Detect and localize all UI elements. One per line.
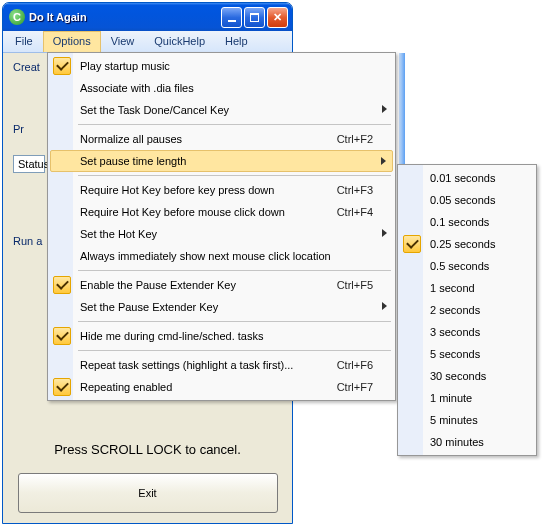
submenu-item-label: 3 seconds — [430, 326, 480, 338]
menu-item-label: Play startup music — [80, 60, 170, 72]
status-field: Status — [13, 155, 45, 173]
exit-button[interactable]: Exit — [18, 473, 278, 513]
menu-item-label: Set pause time length — [80, 155, 186, 167]
menubar: FileOptionsViewQuickHelpHelp — [3, 31, 292, 53]
submenu-item-label: 0.1 seconds — [430, 216, 489, 228]
submenu-item-label: 1 second — [430, 282, 475, 294]
menu-item[interactable]: Repeating enabledCtrl+F7 — [50, 376, 393, 398]
menu-item[interactable]: Normalize all pausesCtrl+F2 — [50, 128, 393, 150]
submenu-item-label: 0.01 seconds — [430, 172, 495, 184]
menu-item[interactable]: Enable the Pause Extender KeyCtrl+F5 — [50, 274, 393, 296]
submenu-item-label: 0.5 seconds — [430, 260, 489, 272]
menu-separator — [78, 321, 391, 322]
menu-item-shortcut: Ctrl+F7 — [317, 381, 373, 393]
submenu-arrow-icon — [382, 105, 387, 113]
submenu-arrow-icon — [381, 157, 386, 165]
submenu-item[interactable]: 1 minute — [400, 387, 534, 409]
submenu-item-label: 0.05 seconds — [430, 194, 495, 206]
submenu-item[interactable]: 30 minutes — [400, 431, 534, 453]
submenu-item-label: 0.25 seconds — [430, 238, 495, 250]
menubar-item-view[interactable]: View — [101, 31, 145, 52]
options-menu: Play startup musicAssociate with .dia fi… — [47, 52, 396, 401]
menu-item-label: Require Hot Key before mouse click down — [80, 206, 285, 218]
minimize-button[interactable] — [221, 7, 242, 28]
menu-item[interactable]: Set the Pause Extender Key — [50, 296, 393, 318]
check-icon — [53, 378, 71, 396]
submenu-item[interactable]: 0.01 seconds — [400, 167, 534, 189]
menu-item[interactable]: Play startup music — [50, 55, 393, 77]
submenu-item[interactable]: 5 seconds — [400, 343, 534, 365]
submenu-item[interactable]: 1 second — [400, 277, 534, 299]
menu-item-shortcut: Ctrl+F5 — [317, 279, 373, 291]
menu-item-shortcut: Ctrl+F4 — [317, 206, 373, 218]
submenu-item-label: 5 seconds — [430, 348, 480, 360]
titlebar[interactable]: C Do It Again — [3, 3, 292, 31]
menubar-item-quickhelp[interactable]: QuickHelp — [144, 31, 215, 52]
submenu-item-label: 5 minutes — [430, 414, 478, 426]
menu-item[interactable]: Require Hot Key before mouse click downC… — [50, 201, 393, 223]
menu-item[interactable]: Hide me during cmd-line/sched. tasks — [50, 325, 393, 347]
menu-item[interactable]: Repeat task settings (highlight a task f… — [50, 354, 393, 376]
check-icon — [53, 276, 71, 294]
submenu-item-label: 2 seconds — [430, 304, 480, 316]
menu-item[interactable]: Associate with .dia files — [50, 77, 393, 99]
cancel-hint: Press SCROLL LOCK to cancel. — [13, 442, 282, 457]
menu-item-shortcut: Ctrl+F2 — [317, 133, 373, 145]
exit-button-label: Exit — [138, 487, 156, 499]
menu-item-label: Require Hot Key before key press down — [80, 184, 274, 196]
window-title: Do It Again — [29, 11, 221, 23]
close-button[interactable] — [267, 7, 288, 28]
menu-item-shortcut: Ctrl+F3 — [317, 184, 373, 196]
maximize-button[interactable] — [244, 7, 265, 28]
submenu-item-label: 30 minutes — [430, 436, 484, 448]
menu-item-label: Always immediately show next mouse click… — [80, 250, 331, 262]
menu-item-shortcut: Ctrl+F6 — [317, 359, 373, 371]
submenu-item[interactable]: 0.25 seconds — [400, 233, 534, 255]
menu-item[interactable]: Set pause time length — [50, 150, 393, 172]
menu-item-label: Set the Pause Extender Key — [80, 301, 218, 313]
menu-item-label: Set the Hot Key — [80, 228, 157, 240]
menu-separator — [78, 270, 391, 271]
check-icon — [53, 57, 71, 75]
menu-item[interactable]: Set the Task Done/Cancel Key — [50, 99, 393, 121]
close-icon — [273, 11, 282, 24]
submenu-arrow-icon — [382, 302, 387, 310]
pause-time-submenu: 0.01 seconds0.05 seconds0.1 seconds0.25 … — [397, 164, 537, 456]
menu-separator — [78, 175, 391, 176]
decorative-strip — [399, 53, 405, 166]
app-icon: C — [9, 9, 25, 25]
submenu-item[interactable]: 0.5 seconds — [400, 255, 534, 277]
submenu-item[interactable]: 30 seconds — [400, 365, 534, 387]
menu-item-label: Enable the Pause Extender Key — [80, 279, 236, 291]
submenu-item[interactable]: 3 seconds — [400, 321, 534, 343]
menubar-item-help[interactable]: Help — [215, 31, 258, 52]
check-icon — [403, 235, 421, 253]
menu-item-label: Repeat task settings (highlight a task f… — [80, 359, 293, 371]
menu-item-label: Repeating enabled — [80, 381, 172, 393]
menu-item-label: Hide me during cmd-line/sched. tasks — [80, 330, 263, 342]
menu-item[interactable]: Set the Hot Key — [50, 223, 393, 245]
menu-item-label: Set the Task Done/Cancel Key — [80, 104, 229, 116]
menubar-item-file[interactable]: File — [5, 31, 43, 52]
menu-separator — [78, 124, 391, 125]
menu-separator — [78, 350, 391, 351]
submenu-item[interactable]: 5 minutes — [400, 409, 534, 431]
submenu-item-label: 30 seconds — [430, 370, 486, 382]
menu-item[interactable]: Always immediately show next mouse click… — [50, 245, 393, 267]
submenu-arrow-icon — [382, 229, 387, 237]
submenu-item[interactable]: 2 seconds — [400, 299, 534, 321]
menu-item-label: Normalize all pauses — [80, 133, 182, 145]
menu-item-label: Associate with .dia files — [80, 82, 194, 94]
check-icon — [53, 327, 71, 345]
submenu-item[interactable]: 0.05 seconds — [400, 189, 534, 211]
submenu-item[interactable]: 0.1 seconds — [400, 211, 534, 233]
menu-item[interactable]: Require Hot Key before key press downCtr… — [50, 179, 393, 201]
menubar-item-options[interactable]: Options — [43, 31, 101, 52]
submenu-item-label: 1 minute — [430, 392, 472, 404]
